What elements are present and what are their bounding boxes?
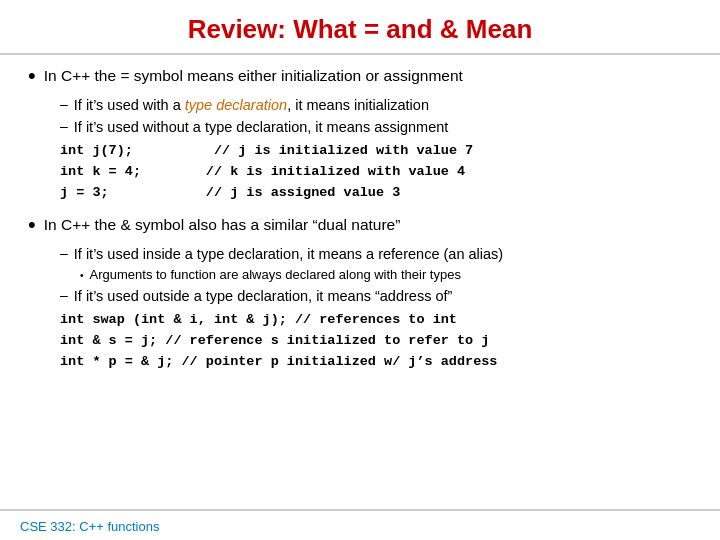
code-text-4: int swap (int & i, int & j); // referenc… bbox=[60, 312, 457, 327]
slide-title: Review: What = and & Mean bbox=[20, 14, 700, 45]
dash-3: – bbox=[60, 244, 68, 264]
sub-bullet-1-1: – If it’s used with a type declaration, … bbox=[60, 95, 692, 115]
code-block-2: int swap (int & i, int & j); // referenc… bbox=[60, 310, 692, 373]
main-bullet-1-text: In C++ the = symbol means either initial… bbox=[44, 65, 692, 87]
section-1: • In C++ the = symbol means either initi… bbox=[28, 65, 692, 204]
title-bar: Review: What = and & Mean bbox=[0, 0, 720, 55]
sub-bullet-1-2: – If it’s used without a type declaratio… bbox=[60, 117, 692, 137]
bullet-dot-1: • bbox=[28, 62, 36, 91]
slide: Review: What = and & Mean • In C++ the =… bbox=[0, 0, 720, 540]
type-decl-link: type declaration bbox=[185, 97, 287, 113]
sub-bullets-2: – If it’s used inside a type declaration… bbox=[60, 244, 692, 307]
code-line-2: int k = 4; // k is initialized with valu… bbox=[60, 162, 692, 183]
footer-text: CSE 332: C++ functions bbox=[20, 519, 159, 534]
sub-bullet-2-2-text: If it’s used outside a type declaration,… bbox=[74, 286, 453, 306]
code-line-5: int & s = j; // reference s initialized … bbox=[60, 331, 692, 352]
sub-sub-bullet-1-text: Arguments to function are always declare… bbox=[90, 266, 461, 284]
dash-4: – bbox=[60, 286, 68, 306]
code-line-4: int swap (int & i, int & j); // referenc… bbox=[60, 310, 692, 331]
sub-bullets-1: – If it’s used with a type declaration, … bbox=[60, 95, 692, 138]
main-bullet-2: • In C++ the & symbol also has a similar… bbox=[28, 214, 692, 240]
sub-bullet-2-1-text: If it’s used inside a type declaration, … bbox=[74, 244, 503, 264]
code-line-6: int * p = & j; // pointer p initialized … bbox=[60, 352, 692, 373]
code-comment-2: // k is initialized with value 4 bbox=[206, 164, 465, 179]
main-bullet-2-text: In C++ the & symbol also has a similar “… bbox=[44, 214, 692, 236]
dash-1: – bbox=[60, 95, 68, 115]
code-text-6: int * p = & j; // pointer p initialized … bbox=[60, 354, 497, 369]
dash-2: – bbox=[60, 117, 68, 137]
code-comment-1: // j is initialized with value 7 bbox=[214, 143, 473, 158]
section-2: • In C++ the & symbol also has a similar… bbox=[28, 214, 692, 373]
sub-sub-bullets: • Arguments to function are always decla… bbox=[80, 266, 692, 284]
sub-sub-bullet-1: • Arguments to function are always decla… bbox=[80, 266, 692, 284]
code-text-3: j = 3; bbox=[60, 185, 198, 200]
sub-sub-dot-1: • bbox=[80, 269, 84, 283]
sub-bullet-1-1-text: If it’s used with a type declaration, it… bbox=[74, 95, 429, 115]
code-text-2: int k = 4; bbox=[60, 164, 198, 179]
code-line-3: j = 3; // j is assigned value 3 bbox=[60, 183, 692, 204]
code-block-1: int j(7); // j is initialized with value… bbox=[60, 141, 692, 204]
sub-bullet-2-1: – If it’s used inside a type declaration… bbox=[60, 244, 692, 264]
sub-bullet-1-2-text: If it’s used without a type declaration,… bbox=[74, 117, 449, 137]
code-text-1: int j(7); bbox=[60, 143, 206, 158]
sub-bullet-2-2: – If it’s used outside a type declaratio… bbox=[60, 286, 692, 306]
code-comment-3: // j is assigned value 3 bbox=[206, 185, 400, 200]
main-bullet-1: • In C++ the = symbol means either initi… bbox=[28, 65, 692, 91]
footer: CSE 332: C++ functions bbox=[0, 509, 720, 540]
bullet-dot-2: • bbox=[28, 211, 36, 240]
code-line-1: int j(7); // j is initialized with value… bbox=[60, 141, 692, 162]
content-area: • In C++ the = symbol means either initi… bbox=[0, 55, 720, 509]
code-text-5: int & s = j; // reference s initialized … bbox=[60, 333, 489, 348]
